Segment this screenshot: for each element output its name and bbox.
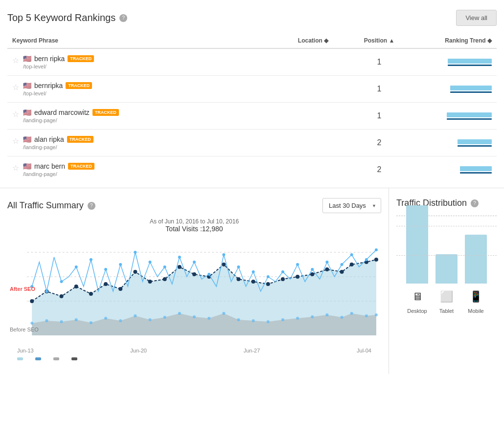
svg-point-23 [325,267,329,271]
kw-cell-position: 2 [350,156,409,183]
kw-text: alan ripka [34,135,64,143]
svg-point-64 [193,315,196,318]
view-all-button[interactable]: View all [456,10,497,26]
traffic-help-icon[interactable]: ? [88,202,95,210]
svg-point-68 [252,319,255,322]
date-filter-wrap: Last 30 Days Last 7 Days Last 90 Days [322,198,381,213]
position-number: 2 [377,138,382,147]
dist-bar-desktop-bar [406,205,428,284]
kw-cell-trend [409,48,497,76]
kw-cell-location [276,48,350,76]
svg-point-50 [350,253,353,256]
svg-point-48 [325,261,328,264]
svg-point-13 [178,265,182,269]
svg-point-54 [45,319,48,322]
kw-info: 🇺🇸 bernripka TRACKED /top-level/ [23,82,92,96]
trend-line [450,91,492,93]
svg-point-73 [325,313,328,316]
svg-point-58 [104,317,107,320]
position-number: 2 [377,165,382,174]
traffic-distribution: Traffic Distribution ? 🖥 Desktop ⬜ Table… [389,188,504,374]
kw-name: 🇺🇸 marc bern TRACKED [23,162,94,170]
kw-cell-position: 1 [350,103,409,130]
tracked-badge: TRACKED [67,136,93,143]
svg-point-56 [75,318,78,321]
kw-text: bernripka [34,82,63,89]
kw-text: marc bern [34,162,65,170]
col-header-position[interactable]: Position ▲ [350,33,409,48]
col-header-trend[interactable]: Ranking Trend ◆ [409,33,497,48]
svg-point-36 [149,261,152,264]
x-label-1: Jun-13 [17,348,34,353]
svg-point-24 [340,270,344,274]
x-label-3: Jun-27 [244,348,260,353]
flag-icon: 🇺🇸 [23,55,31,63]
chart-label-after: After SEO [10,286,35,292]
kw-cell-trend [409,76,497,103]
svg-point-42 [237,265,240,268]
svg-point-22 [310,272,314,276]
kw-cell-trend [409,130,497,156]
chart-legend [7,353,381,364]
keyword-help-icon[interactable]: ? [119,14,127,22]
col-header-location[interactable]: Location ◆ [276,33,350,48]
traffic-chart-area: After SEO Before SEO [7,238,381,345]
flag-icon: 🇺🇸 [23,109,31,116]
kw-cell-keyword: ☆ 🇺🇸 alan ripka TRACKED /landing-page/ [7,130,276,156]
star-icon[interactable]: ☆ [12,135,19,146]
dist-bar-tablet: ⬜ Tablet [435,254,458,314]
svg-point-29 [45,290,48,293]
svg-point-16 [222,263,226,266]
traffic-summary: All Traffic Summary ? Last 30 Days Last … [0,188,389,374]
svg-point-66 [222,312,225,315]
dist-help-icon[interactable]: ? [471,199,479,207]
kw-cell-keyword: ☆ 🇺🇸 bernripka TRACKED /top-level/ [7,76,276,103]
dist-label-tablet: Tablet [439,308,454,314]
keyword-section-header: Top 5 Keyword Rankings ? View all [7,10,497,26]
kw-path: /top-level/ [23,64,94,69]
date-info: As of Jun 10, 2016 to Jul 10, 2016 Total… [7,218,381,233]
svg-point-61 [149,318,152,321]
trend-line [448,65,492,66]
trend-line [447,118,492,120]
star-icon[interactable]: ☆ [12,162,19,173]
svg-point-14 [192,272,196,276]
keyword-section-title: Top 5 Keyword Rankings ? [7,12,127,23]
star-icon[interactable]: ☆ [12,82,19,92]
svg-point-43 [252,270,255,273]
svg-point-45 [281,270,284,273]
svg-point-32 [90,258,92,261]
legend-item-3 [53,357,62,360]
kw-cell-position: 2 [350,130,409,156]
svg-point-59 [119,319,122,322]
kw-cell-location [276,156,350,183]
svg-point-3 [30,299,34,303]
kw-cell-location [276,103,350,130]
trend-bar [450,86,492,90]
date-filter-select[interactable]: Last 30 Days Last 7 Days Last 90 Days [322,198,381,213]
svg-point-67 [237,318,240,321]
svg-point-10 [133,270,137,274]
table-row: ☆ 🇺🇸 bernripka TRACKED /top-level/ 1 [7,76,497,103]
svg-point-7 [89,292,93,296]
traffic-title-text: All Traffic Summary [7,200,84,211]
svg-point-18 [252,280,255,284]
position-number: 1 [377,58,382,66]
date-range-text: As of Jun 10, 2016 to Jul 10, 2016 [7,218,381,225]
table-row: ☆ 🇺🇸 marc bern TRACKED /landing-page/ 2 [7,156,497,183]
star-icon[interactable]: ☆ [12,109,19,119]
keyword-section: Top 5 Keyword Rankings ? View all Keywor… [0,0,504,188]
svg-point-75 [350,312,353,315]
svg-point-11 [148,280,152,284]
total-visits: Total Visits :12,980 [7,225,381,233]
svg-point-77 [375,313,378,316]
bottom-section: All Traffic Summary ? Last 30 Days Last … [0,188,504,374]
legend-item-4 [71,357,80,360]
kw-path: /landing-page/ [23,117,119,123]
star-icon[interactable]: ☆ [12,55,19,65]
dist-label-mobile: Mobile [468,308,483,314]
svg-point-74 [341,316,344,319]
svg-point-6 [74,285,78,288]
trend-bar [458,139,492,144]
dist-bar-tablet-bar [435,254,458,284]
